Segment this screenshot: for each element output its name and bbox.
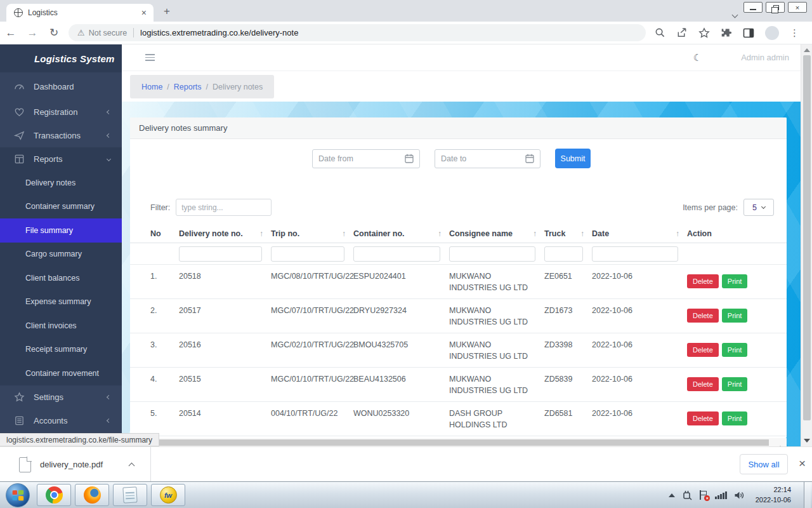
power-plug-icon[interactable] <box>682 490 692 500</box>
browser-menu-icon[interactable]: ⋮ <box>790 27 799 39</box>
column-filter-input[interactable] <box>271 246 344 262</box>
volume-speaker-icon[interactable] <box>734 490 745 500</box>
profile-avatar-icon[interactable] <box>765 26 779 40</box>
hamburger-menu-icon[interactable] <box>145 52 155 63</box>
browser-tab-strip: Logistics × + × <box>0 0 812 22</box>
breadcrumb-reports-link[interactable]: Reports <box>174 83 202 91</box>
sidebar: Logistics System Dashboard Registration … <box>0 44 122 446</box>
horizontal-scrollbar[interactable] <box>130 438 787 446</box>
bookmark-star-icon[interactable] <box>698 27 710 39</box>
sort-arrow-icon[interactable]: ↑ <box>342 229 346 238</box>
forward-icon[interactable]: → <box>22 27 43 39</box>
vertical-scrollbar[interactable] <box>801 44 812 446</box>
new-tab-button[interactable]: + <box>164 5 170 18</box>
dark-mode-moon-icon[interactable]: ☾ <box>693 52 702 64</box>
address-bar[interactable]: ⚠ Not secure logistics.extremetrading.co… <box>69 24 646 41</box>
show-desktop-button[interactable] <box>804 482 811 508</box>
back-icon[interactable]: ← <box>0 27 22 39</box>
taskbar-clock[interactable]: 22:14 2022-10-06 <box>756 485 791 505</box>
print-button[interactable]: Print <box>722 274 748 288</box>
sidebar-item-dashboard[interactable]: Dashboard <box>0 72 122 100</box>
scroll-down-arrow-icon[interactable] <box>804 439 810 443</box>
column-header-date[interactable]: Date↑ <box>592 229 687 238</box>
scroll-up-arrow-icon[interactable] <box>804 48 810 52</box>
date-from-input[interactable]: Date from <box>312 149 420 168</box>
app-header: ☾ Admin admin <box>122 44 801 71</box>
delete-button[interactable]: Delete <box>687 411 719 425</box>
delete-button[interactable]: Delete <box>687 309 719 323</box>
sidebar-item-settings[interactable]: Settings <box>0 385 122 409</box>
taskbar-fw-app-button[interactable]: fw <box>151 484 185 506</box>
horizontal-scrollbar-thumb[interactable] <box>138 439 769 446</box>
sidebar-item-transactions[interactable]: Transactions <box>0 124 122 147</box>
sidebar-subitem-receipt-summary[interactable]: Receipt summary <box>0 338 122 362</box>
sort-arrow-icon[interactable]: ↑ <box>438 229 442 238</box>
tab-search-chevron-icon[interactable] <box>733 8 737 20</box>
sidebar-item-registration[interactable]: Registration <box>0 100 122 124</box>
column-header-trip-no-[interactable]: Trip no.↑ <box>271 229 353 238</box>
download-bar-close-icon[interactable]: × <box>799 457 806 471</box>
taskbar-chrome-button[interactable] <box>37 484 71 506</box>
sidebar-subitem-expense-summary[interactable]: Expense summary <box>0 290 122 314</box>
breadcrumb-home-link[interactable]: Home <box>141 83 162 91</box>
taskbar-firefox-button[interactable] <box>75 484 109 506</box>
submit-button[interactable]: Submit <box>555 149 591 168</box>
print-button[interactable]: Print <box>722 309 748 323</box>
sidebar-subitem-client-balances[interactable]: Client balances <box>0 266 122 290</box>
cell-actions: Delete Print <box>687 274 777 288</box>
download-chevron-up-icon[interactable] <box>129 459 134 471</box>
column-header-container-no-[interactable]: Container no.↑ <box>353 229 449 238</box>
sort-arrow-icon[interactable]: ↑ <box>259 229 263 238</box>
zoom-icon[interactable] <box>655 27 665 38</box>
column-filter-input[interactable] <box>592 246 678 262</box>
show-hidden-icons-arrow[interactable] <box>669 493 675 497</box>
column-header-consignee-name[interactable]: Consignee name↑ <box>449 229 544 238</box>
column-header-delivery-note-no-[interactable]: Delivery note no.↑ <box>179 229 271 238</box>
reload-icon[interactable]: ↻ <box>43 26 65 39</box>
taskbar-notepad-button[interactable] <box>113 484 147 506</box>
cell-consignee-name: DASH GROUP HOLDINGS LTD <box>449 408 544 431</box>
show-all-button[interactable]: Show all <box>740 454 788 474</box>
delete-button[interactable]: Delete <box>687 377 719 391</box>
action-center-flag-icon[interactable]: × <box>699 490 708 500</box>
sidebar-subitem-container-movement[interactable]: Container movement <box>0 361 122 385</box>
sidebar-subitem-container-summary[interactable]: Container summary <box>0 195 122 219</box>
date-to-input[interactable]: Date to <box>435 149 540 168</box>
restore-button[interactable] <box>766 2 785 13</box>
not-secure-warning-icon[interactable]: ⚠ <box>77 28 85 37</box>
sidebar-subitem-client-invoices[interactable]: Client invoices <box>0 314 122 338</box>
sidebar-item-accounts[interactable]: Accounts <box>0 409 122 432</box>
items-per-page-select[interactable]: 5 <box>743 199 774 216</box>
scroll-right-arrow-icon[interactable] <box>779 440 782 446</box>
sidebar-subitem-cargo-summary[interactable]: Cargo summary <box>0 243 122 267</box>
extensions-puzzle-icon[interactable] <box>721 27 732 39</box>
sidebar-subitem-file-summary[interactable]: File summary <box>0 218 122 243</box>
share-icon[interactable] <box>676 27 688 38</box>
start-button[interactable] <box>6 483 30 507</box>
column-header-truck[interactable]: Truck↑ <box>544 229 592 238</box>
column-filter-input[interactable] <box>353 246 440 262</box>
column-filter-input[interactable] <box>449 246 535 262</box>
network-signal-icon[interactable] <box>715 491 727 499</box>
browser-tab[interactable]: Logistics × <box>6 4 154 22</box>
filter-input[interactable] <box>176 199 272 216</box>
close-window-button[interactable]: × <box>788 2 807 13</box>
user-avatar-icon[interactable] <box>713 50 730 66</box>
print-button[interactable]: Print <box>722 411 748 425</box>
vertical-scrollbar-thumb[interactable] <box>803 55 811 420</box>
tab-close-icon[interactable]: × <box>140 8 148 18</box>
print-button[interactable]: Print <box>722 377 748 391</box>
sort-arrow-icon[interactable]: ↑ <box>580 229 584 238</box>
side-panel-icon[interactable] <box>743 27 754 39</box>
delete-button[interactable]: Delete <box>687 343 719 357</box>
delete-button[interactable]: Delete <box>687 274 719 288</box>
sort-arrow-icon[interactable]: ↑ <box>533 229 537 238</box>
print-button[interactable]: Print <box>722 343 748 357</box>
minimize-button[interactable] <box>743 2 763 13</box>
column-filter-input[interactable] <box>179 246 262 262</box>
sidebar-item-reports[interactable]: Reports <box>0 147 122 171</box>
sidebar-subitem-delivery-notes[interactable]: Delivery notes <box>0 171 122 195</box>
download-item[interactable]: delivery_note.pdf <box>19 447 134 482</box>
column-filter-input[interactable] <box>544 246 583 262</box>
sort-arrow-icon[interactable]: ↑ <box>676 229 679 238</box>
